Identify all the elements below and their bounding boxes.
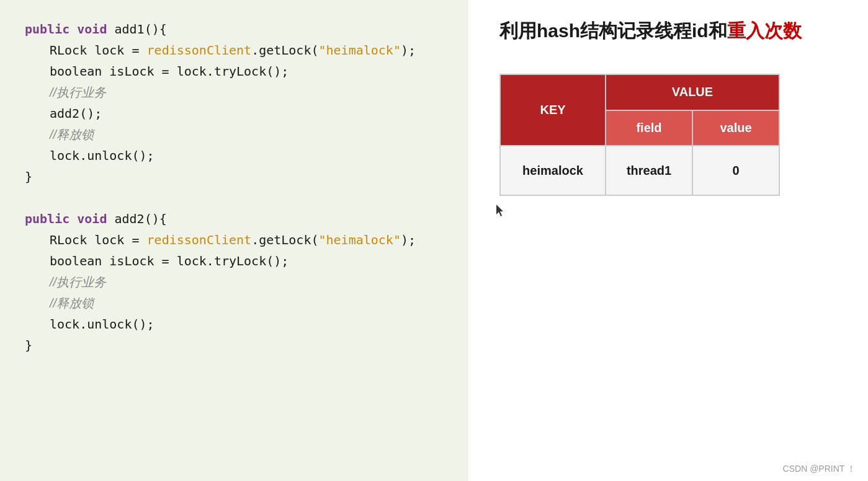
method-name-1: add1(){ — [115, 22, 167, 37]
code-block: public void add1(){ RLock lock = redisso… — [25, 19, 444, 356]
key-cell: heimalock — [500, 146, 606, 195]
code-line-10: RLock lock = redissonClient.getLock("hei… — [25, 229, 444, 250]
getlock-1: .getLock( — [251, 43, 318, 58]
key-header: KEY — [500, 74, 606, 146]
code-line-9: public void add2(){ — [25, 208, 444, 229]
value-cell: 0 — [692, 146, 779, 195]
string-heimalock-2: "heimalock" — [319, 232, 401, 247]
right-panel: 利用hash结构记录线程id和重入次数 KEY VALUE field valu… — [468, 0, 868, 481]
redisson-call-2: redissonClient — [147, 232, 252, 247]
code-line-7: lock.unlock(); — [25, 145, 444, 166]
keyword-public-1: public void — [25, 22, 115, 37]
code-comment-4: //释放锁 — [25, 293, 444, 314]
method-name-2: add2(){ — [115, 211, 167, 226]
title-highlight: 重入次数 — [727, 20, 802, 41]
watermark: CSDN @PRINT ！ — [783, 464, 856, 475]
paren-2: ); — [401, 232, 416, 247]
code-line-14: lock.unlock(); — [25, 314, 444, 335]
mouse-cursor — [496, 205, 505, 217]
table-header-row-1: KEY VALUE — [500, 74, 779, 110]
code-line-11: boolean isLock = lock.tryLock(); — [25, 250, 444, 271]
hash-table: KEY VALUE field value heimalock thread1 … — [499, 74, 780, 196]
value-col-header: value — [692, 110, 779, 146]
field-cell: thread1 — [606, 146, 692, 195]
redisson-call-1: redissonClient — [147, 43, 252, 58]
getlock-2: .getLock( — [251, 232, 318, 247]
string-heimalock-1: "heimalock" — [319, 43, 401, 58]
rlock-2: RLock lock = — [50, 232, 147, 247]
code-line-5: add2(); — [25, 103, 444, 124]
code-line-2: RLock lock = redissonClient.getLock("hei… — [25, 40, 444, 61]
code-line-15: } — [25, 335, 444, 356]
code-line-3: boolean isLock = lock.tryLock(); — [25, 61, 444, 82]
code-line-8: } — [25, 166, 444, 187]
rlock-1: RLock lock = — [50, 43, 147, 58]
keyword-public-2: public void — [25, 211, 115, 226]
code-comment-2: //释放锁 — [25, 124, 444, 145]
paren-1: ); — [401, 43, 416, 58]
field-header: field — [606, 110, 692, 146]
code-line-1: public void add1(){ — [25, 19, 444, 40]
code-comment-1: //执行业务 — [25, 82, 444, 103]
table-row: heimalock thread1 0 — [500, 146, 779, 195]
value-header: VALUE — [606, 74, 779, 110]
panel-title: 利用hash结构记录线程id和重入次数 — [499, 19, 837, 43]
code-panel: public void add1(){ RLock lock = redisso… — [0, 0, 468, 481]
code-comment-3: //执行业务 — [25, 271, 444, 293]
title-normal: 利用hash结构记录线程id和 — [499, 20, 727, 41]
